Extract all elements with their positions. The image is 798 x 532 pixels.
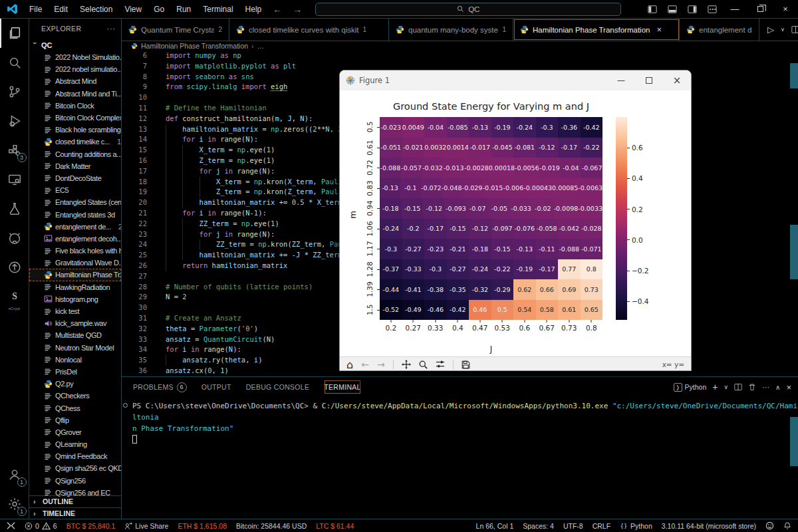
accounts-icon[interactable]: 1 [0,460,29,489]
configure-subplots-icon[interactable] [436,360,445,369]
explorer-icon[interactable] [0,19,29,48]
maximize-panel-icon[interactable]: ∧ [775,384,780,391]
tree-item[interactable]: DontDecoState [29,172,121,184]
github-icon[interactable] [0,223,29,253]
tab-close-icon[interactable]: × [656,25,662,35]
figure-titlebar[interactable]: Figure 1 — × [340,70,691,90]
status-python[interactable]: {}Python [620,522,652,530]
terminal-shell-button[interactable]: ❭ Python [674,383,707,392]
toggle-sidebar-icon[interactable] [642,0,662,19]
tab-hamiltonian-phase-transformation[interactable]: Hamiltonian Phase Transformation× [513,19,680,41]
scrollbar-mark[interactable] [790,63,798,88]
tree-item[interactable]: Entangled States (cen... [29,196,121,208]
menu-edit[interactable]: Edit [48,0,74,19]
close-button[interactable]: × [773,0,798,19]
tree-item[interactable]: Nonlocal [29,354,121,366]
breadcrumb-more[interactable]: … [257,42,265,50]
tree-item[interactable]: Hamiltonian Phase Tr... [29,269,121,281]
new-terminal-icon[interactable]: + [712,382,718,392]
scrypt-icon[interactable]: SsCrypt [0,282,29,311]
terminal-dropdown-icon[interactable]: ∨ [724,384,728,390]
tree-item[interactable]: histogram.png [29,293,121,305]
minimize-button[interactable]: — [722,0,747,19]
status-btc-25-840-1[interactable]: BTC $ 25,840.1 [66,522,116,530]
tree-item[interactable]: Bitcoin Clock [29,100,121,112]
status-problems[interactable]: 06 [25,522,57,530]
tab-closed-timelike-curves-with-qiskit[interactable]: closed timelike curves with qiskit1 [229,19,389,41]
tree-item[interactable]: Neutron Star Model [29,342,121,354]
tree-item[interactable]: QCheckers [29,390,121,402]
tree-item[interactable]: QChess [29,402,121,414]
status-crlf[interactable]: CRLF [593,522,610,530]
status-utf-8[interactable]: UTF-8 [563,522,583,530]
nav-forward-icon[interactable]: → [287,4,307,15]
split-editor-icon[interactable] [791,25,798,34]
pan-icon[interactable] [402,360,411,369]
tree-item[interactable]: 2022 nobel simulatio... [29,63,121,75]
testing-icon[interactable] [0,194,29,223]
tree-item[interactable]: HawkingRadiation [29,281,121,293]
figure-close-button[interactable]: × [663,70,691,90]
close-panel-icon[interactable]: × [786,382,791,392]
status-remote[interactable] [7,522,15,529]
timeline-section[interactable]: ›TIMELINE [29,507,121,519]
tree-item[interactable]: kick test [29,305,121,317]
toggle-secondary-sidebar-icon[interactable] [682,0,702,19]
panel-tab-terminal[interactable]: TERMINAL [321,377,364,397]
pull-request-icon[interactable] [0,253,29,282]
run-debug-icon[interactable] [0,106,29,136]
menu-run[interactable]: Run [170,0,197,19]
tree-root-qc[interactable]: ›QC [29,39,121,51]
run-dropdown-icon[interactable]: ∨ [781,27,785,33]
tree-item[interactable]: Abstract Mind [29,75,121,87]
search-icon[interactable] [0,48,29,77]
save-icon[interactable] [462,360,470,369]
tree-item[interactable]: Abstract Mind and Ti... [29,88,121,100]
tree-item[interactable]: Qmind Feedback [29,450,121,462]
sidebar-more-icon[interactable]: ··· [107,25,116,33]
tree-item[interactable]: kick_sample.wav [29,317,121,329]
breadcrumb[interactable]: Hamiltonian Phase Transformation › … [122,41,798,51]
back-icon[interactable]: ← [361,359,369,370]
status-3-10-11-64-bit-microsoft-store[interactable]: 3.10.11 64-bit (microsoft store) [662,522,756,530]
menu-selection[interactable]: Selection [74,0,118,19]
tree-item[interactable]: QGrover [29,426,121,438]
tree-item[interactable]: QSign256 [29,475,121,487]
status-bell[interactable] [783,521,791,530]
zoom-icon[interactable] [419,360,428,369]
kill-terminal-icon[interactable] [748,383,756,391]
menu-view[interactable]: View [118,0,148,19]
tab-quantum-many-body-systems[interactable]: quantum many-body systems1 [389,19,513,41]
panel-tab-debug-console[interactable]: DEBUG CONSOLE [246,377,310,397]
tree-item[interactable]: Qsign sha256 ec QKD [29,462,121,474]
tree-item[interactable]: Entangled states 3d [29,208,121,220]
tab-quantum-time-crystal[interactable]: Quantum Time Crystal2 [122,19,229,41]
tree-item[interactable]: closed timelike c...1 [29,136,121,148]
breadcrumb-file[interactable]: Hamiltonian Phase Transformation [141,42,248,50]
toggle-panel-icon[interactable] [662,0,682,19]
panel-tab-output[interactable]: OUTPUT [201,377,231,397]
tree-item[interactable]: Black hole scrambling [29,124,121,136]
tree-item[interactable]: entanglement de...2 [29,221,121,233]
tree-item[interactable]: EC5 [29,184,121,196]
tree-item[interactable]: Multistate QGD [29,329,121,341]
tree-item[interactable]: Bitcoin Clock Complex [29,112,121,124]
run-python-icon[interactable]: ▷ [767,25,774,35]
scrollbar-mark[interactable] [790,417,798,466]
source-control-icon[interactable] [0,77,29,106]
restore-button[interactable] [747,0,773,19]
nav-back-icon[interactable]: ← [267,4,287,15]
live-share-icon[interactable] [0,165,29,194]
tree-item[interactable]: PrisDel [29,366,121,378]
status-ln-66-col-1[interactable]: Ln 66, Col 1 [476,522,514,530]
extensions-icon[interactable]: 3 [0,136,29,165]
tree-item[interactable]: Five black holes with hr [29,245,121,257]
figure-maximize-button[interactable] [635,70,663,90]
scrollbar-mark[interactable] [790,225,798,279]
tab-entanglement-decoher[interactable]: entanglement decoher [680,19,759,41]
settings-icon[interactable]: 1 [0,489,29,519]
forward-icon[interactable]: → [377,359,385,370]
tree-item[interactable]: Qflip [29,414,121,426]
customize-layout-icon[interactable] [702,0,722,19]
status-eth-1-615-08[interactable]: ETH $ 1,615.08 [178,522,227,530]
